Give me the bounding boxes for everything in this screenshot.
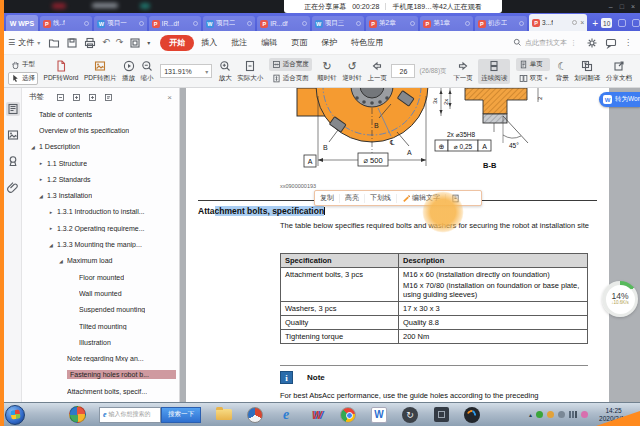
select-tool-button[interactable]: 选择 (8, 72, 38, 85)
document-tab[interactable]: W项目二 (203, 16, 255, 31)
toc-item[interactable]: Attachment bolts, specif... (22, 383, 179, 399)
redo-icon[interactable]: ↷ (116, 38, 124, 47)
capture-app-icon[interactable] (432, 406, 450, 424)
copy-button[interactable]: 复制 (315, 193, 339, 203)
fit-page-button[interactable]: 适合页面 (269, 72, 312, 85)
close-panel-icon[interactable]: × (167, 93, 172, 102)
toc-item[interactable]: ▸1.1 Structure (22, 155, 179, 171)
chrome-icon[interactable] (339, 406, 357, 424)
maximize-icon[interactable]: □ (620, 3, 624, 10)
tree-collapsed-icon[interactable]: ▸ (38, 160, 44, 166)
toc-item[interactable]: Table of contents (22, 106, 179, 122)
document-tab[interactable]: W项目一 (94, 16, 146, 31)
attachments-panel-icon[interactable] (6, 180, 20, 194)
toc-item[interactable]: ◢Maximum load (22, 253, 179, 269)
tray-expand-icon[interactable]: ▴ (529, 411, 532, 418)
add-bookmark-icon[interactable] (88, 93, 97, 102)
switch-view-icon[interactable] (129, 37, 141, 49)
two-page-button[interactable]: 双页 ▾ (516, 72, 551, 85)
toc-item[interactable]: ◢1 Description (22, 139, 179, 155)
search-go-button[interactable]: 搜索一下 (161, 407, 201, 423)
menu-tab-edit[interactable]: 编辑 (254, 35, 284, 50)
document-tab[interactable]: P第1章 (420, 16, 472, 31)
ie-icon[interactable]: e (277, 406, 295, 424)
next-page-button[interactable]: 下一页 (453, 60, 473, 83)
tree-expanded-icon[interactable]: ◢ (58, 258, 64, 264)
menu-tab-comment[interactable]: 批注 (224, 35, 254, 50)
tray-status-icon[interactable] (558, 411, 565, 418)
thumbnails-panel-icon[interactable] (6, 128, 20, 142)
tab-list-icon[interactable] (618, 19, 626, 27)
document-tab[interactable]: PIR...df (257, 16, 309, 31)
new-tab-button[interactable]: + (592, 19, 598, 29)
background-button[interactable]: ☾ 背景 (556, 60, 569, 83)
zoom-in-button[interactable]: 放大 (219, 60, 232, 83)
tab-menu-icon[interactable] (632, 19, 640, 27)
tree-collapsed-icon[interactable]: ▸ (48, 225, 54, 231)
translate-button[interactable]: 划词翻译 (574, 60, 600, 83)
document-tab[interactable]: PIR...df (149, 16, 201, 31)
tree-expanded-icon[interactable]: ◢ (38, 193, 44, 199)
explorer-icon[interactable] (215, 406, 233, 424)
w-app-icon[interactable]: W (308, 406, 326, 424)
toc-item[interactable]: ◢1.3 Installation (22, 187, 179, 203)
zoom-level-combo[interactable]: 131.91% ▾ (160, 64, 212, 78)
close-icon[interactable]: × (631, 3, 635, 10)
toc-item[interactable]: ◢1.3.3 Mounting the manip... (22, 236, 179, 252)
file-menu-button[interactable]: ☰ 文件 ▾ (8, 37, 40, 48)
toc-item[interactable]: Floor mounted (22, 269, 179, 285)
tray-status-icon[interactable] (547, 411, 554, 418)
meeting-app-icon[interactable] (463, 406, 481, 424)
more-caret-icon[interactable]: ▾ (147, 39, 150, 46)
sync-app-icon[interactable]: ↻ (401, 406, 419, 424)
more-tools-icon[interactable] (446, 194, 465, 203)
gear-icon[interactable] (586, 37, 598, 49)
toc-item[interactable]: Tilted mounting (22, 318, 179, 334)
prev-page-button[interactable]: 上一页 (367, 60, 387, 83)
more-icon[interactable]: ⋮ (624, 38, 632, 47)
tree-expanded-icon[interactable]: ◢ (30, 144, 36, 150)
wps-app-icon[interactable]: W (370, 406, 388, 424)
security-app-icon[interactable] (69, 406, 86, 423)
rotate-cw-button[interactable]: ↻ 顺时针 (317, 60, 337, 83)
tray-status-icon[interactable] (536, 411, 543, 418)
start-button[interactable] (5, 405, 25, 425)
menu-tab-protect[interactable]: 保护 (314, 35, 344, 50)
tree-collapsed-icon[interactable]: ▸ (48, 209, 54, 215)
document-tab[interactable]: P第2章 (366, 16, 418, 31)
collapse-all-icon[interactable] (56, 93, 65, 102)
single-page-button[interactable]: 单页 (516, 58, 551, 71)
tree-collapsed-icon[interactable]: ▸ (38, 176, 44, 182)
zoom-out-button[interactable]: 缩小 (141, 60, 154, 83)
document-tab[interactable]: P初步工 (475, 16, 527, 31)
toc-item[interactable]: Illustration (22, 334, 179, 350)
tree-expanded-icon[interactable]: ◢ (48, 242, 54, 248)
convert-to-word-button[interactable]: W 转为Word (599, 92, 640, 107)
continuous-read-button[interactable]: 连续阅读 (478, 59, 510, 84)
toc-item-selected[interactable]: Fastening holes robot b... (22, 367, 179, 383)
actual-size-button[interactable]: 实际大小 (237, 60, 263, 83)
play-button[interactable]: 播放 (122, 60, 135, 83)
page-number-input[interactable]: 26 (391, 64, 415, 78)
toc-item[interactable]: ▸1.3.2 Operating requireme... (22, 220, 179, 236)
save-icon[interactable] (66, 37, 78, 49)
fit-width-button[interactable]: 适合宽度 (269, 58, 312, 71)
taskbar-search-input[interactable]: e 输入你想搜索的 (99, 407, 161, 423)
bookmarks-panel-icon[interactable] (6, 102, 20, 116)
edit-text-button[interactable]: 编辑文字 (397, 193, 445, 203)
menu-tab-page[interactable]: 页面 (284, 35, 314, 50)
document-tab[interactable]: W项目三 (312, 16, 364, 31)
toc-item[interactable]: ▸1.3.1 Introduction to install... (22, 204, 179, 220)
rotate-ccw-button[interactable]: ↺ 逆时针 (342, 60, 362, 83)
menu-tab-start[interactable]: 开始 (160, 35, 194, 51)
active-document-tab[interactable]: P3...f× (529, 14, 587, 31)
pdf-page[interactable]: B B ℄ A ⌀ 500 A 3x 2x 2 2x ⌀35H8 (186, 88, 609, 402)
annotations-panel-icon[interactable] (6, 154, 20, 168)
share-doc-button[interactable]: 分享文档 (606, 60, 632, 83)
tab-close-icon[interactable]: × (580, 19, 584, 26)
comment-icon[interactable] (605, 37, 617, 49)
find-text-box[interactable]: 点此查找文本 ⋮ (513, 38, 577, 48)
toc-item[interactable]: Overview of this specification (22, 122, 179, 138)
toc-item[interactable]: ▸1.2 Standards (22, 171, 179, 187)
network-speed-badge[interactable]: 14% ↓10.6K/s (602, 281, 638, 317)
